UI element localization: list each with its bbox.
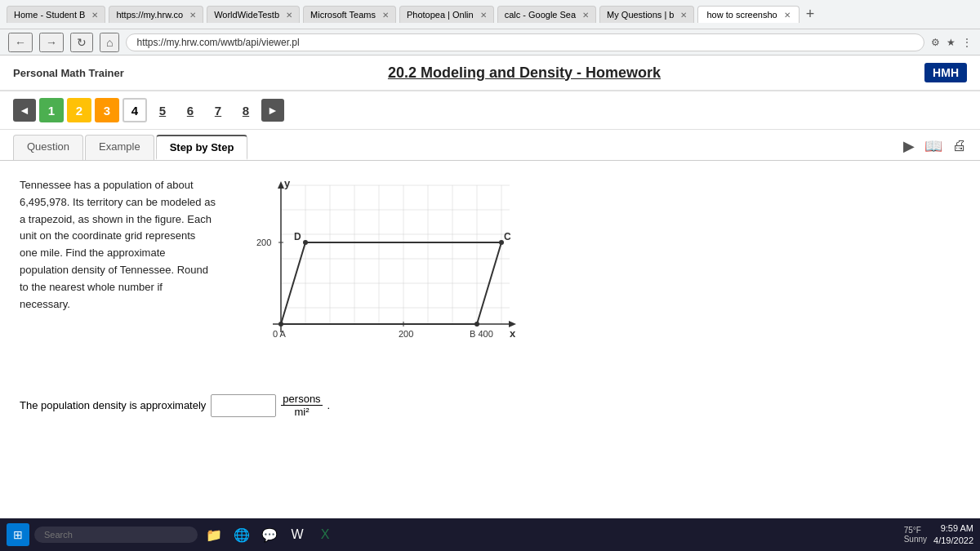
svg-point-30 [303,240,308,245]
home-button[interactable]: ⌂ [100,33,119,52]
main-content: Tennessee has a population of about 6,49… [0,161,980,373]
tab-screenshot-label: how to screensho [706,10,777,20]
tab-home[interactable]: Home - Student B ✕ [7,6,105,23]
next-button[interactable]: ► [261,99,284,122]
tab-worldwidetest-label: WorldWideTestb [214,10,279,20]
address-bar: ← → ↻ ⌂ https://my.hrw.com/wwtb/api/view… [0,29,980,56]
url-field[interactable]: https://my.hrw.com/wwtb/api/viewer.pl [126,33,924,51]
play-icon-button[interactable]: ▶ [903,137,915,155]
svg-text:200: 200 [399,329,413,339]
num-btn-5[interactable]: 5 [150,98,175,122]
svg-text:x: x [510,327,516,340]
clock-date: 4/19/2022 [933,535,973,547]
content-tab-bar: Question Example Step by Step ▶ 📖 🖨 [0,130,980,161]
graph-area: y x 200 0 A 200 B 400 [240,177,960,357]
taskbar-clock: 9:59 AM 4/19/2022 [933,522,973,548]
taskbar-file-icon[interactable]: 📁 [203,523,225,546]
bookmark-icon[interactable]: ★ [947,37,956,48]
tab-myquestions[interactable]: My Questions | b ✕ [599,6,694,23]
answer-area: The population density is approximately … [0,393,980,418]
unit-fraction: persons mi² [281,393,322,418]
extensions-icon[interactable]: ⚙ [931,37,940,48]
browser-tabs: Home - Student B ✕ https://my.hrw.co ✕ W… [0,0,980,29]
tab-hrw-label: https://my.hrw.co [116,10,183,20]
svg-text:B  400: B 400 [470,329,493,339]
question-text: Tennessee has a population of about 6,49… [20,177,216,357]
tab-screenshot[interactable]: how to screensho ✕ [697,6,799,23]
page-title: 20.2 Modeling and Density - Homework [124,64,924,82]
taskbar-edge-icon[interactable]: 🌐 [230,523,253,546]
tab-close-screenshot[interactable]: ✕ [784,11,791,20]
svg-text:200: 200 [256,238,271,247]
num-btn-8[interactable]: 8 [234,98,258,122]
forward-button[interactable]: → [39,33,64,52]
tab-calc-label: calc - Google Sea [505,10,576,20]
weather-info: 75°F Sunny [904,526,927,544]
tab-close-hrw[interactable]: ✕ [189,11,196,20]
tab-teams-label: Microsoft Teams [310,10,376,20]
tab-photopea[interactable]: Photopea | Onlin ✕ [399,6,494,23]
taskbar-excel-icon[interactable]: X [314,523,336,546]
tab-question[interactable]: Question [13,135,83,160]
tab-example[interactable]: Example [85,135,154,160]
tab-myquestions-label: My Questions | b [607,10,674,20]
num-btn-1[interactable]: 1 [39,98,64,122]
book-icon-button[interactable]: 📖 [924,137,942,155]
refresh-button[interactable]: ↻ [70,33,93,52]
num-btn-2[interactable]: 2 [67,98,91,122]
print-icon-button[interactable]: 🖨 [952,137,967,154]
svg-marker-19 [509,321,516,327]
num-btn-4[interactable]: 4 [122,98,147,122]
taskbar-right: 75°F Sunny 9:59 AM 4/19/2022 [904,522,973,548]
unit-denominator: mi² [292,406,310,418]
clock-time: 9:59 AM [933,522,973,535]
coordinate-graph: y x 200 0 A 200 B 400 [240,177,518,357]
num-btn-6[interactable]: 6 [178,98,203,122]
weather-temp: 75°F [904,526,927,535]
taskbar-teams-icon[interactable]: 💬 [258,523,281,546]
tab-teams[interactable]: Microsoft Teams ✕ [303,6,396,23]
svg-marker-18 [278,181,284,189]
prev-button[interactable]: ◄ [13,99,36,122]
tab-step-by-step[interactable]: Step by Step [156,135,248,160]
tab-hrw[interactable]: https://my.hrw.co ✕ [109,6,203,23]
menu-icon[interactable]: ⋮ [962,37,972,48]
site-title: Personal Math Trainer [13,67,124,79]
taskbar-search[interactable] [34,527,198,543]
svg-text:D: D [294,231,301,242]
svg-text:C: C [504,231,511,242]
tab-worldwidetest[interactable]: WorldWideTestb ✕ [207,6,300,23]
period: . [327,399,331,411]
num-btn-3[interactable]: 3 [95,98,119,122]
answer-label: The population density is approximately [20,399,206,411]
tab-close-worldwidetest[interactable]: ✕ [286,11,292,20]
taskbar: ⊞ 📁 🌐 💬 W X 75°F Sunny 9:59 AM 4/19/2022 [0,518,980,551]
svg-point-35 [474,322,479,327]
unit-numerator: persons [281,393,322,406]
svg-text:0 A: 0 A [273,329,287,339]
svg-text:y: y [284,177,291,189]
tab-close-calc[interactable]: ✕ [582,11,589,20]
weather-condition: Sunny [904,535,927,544]
tab-close-teams[interactable]: ✕ [382,11,389,20]
hmh-logo: HMH [924,63,967,82]
tab-icons-group: ▶ 📖 🖨 [903,135,967,160]
graph-container: y x 200 0 A 200 B 400 [240,177,518,357]
new-tab-button[interactable]: + [806,6,815,23]
page-header: Personal Math Trainer 20.2 Modeling and … [0,56,980,91]
tab-close-myquestions[interactable]: ✕ [680,11,687,20]
tab-home-label: Home - Student B [14,10,85,20]
tab-calc[interactable]: calc - Google Sea ✕ [497,6,596,23]
tab-close-home[interactable]: ✕ [91,11,98,20]
answer-input[interactable] [211,394,276,417]
tab-photopea-label: Photopea | Onlin [407,10,474,20]
tab-close-photopea[interactable]: ✕ [480,11,487,20]
svg-point-34 [278,322,283,327]
start-button[interactable]: ⊞ [7,523,29,546]
taskbar-word-icon[interactable]: W [286,523,309,546]
number-nav: ◄ 1 2 3 4 5 6 7 8 ► [0,91,980,130]
num-btn-7[interactable]: 7 [206,98,230,122]
back-button[interactable]: ← [8,33,33,52]
